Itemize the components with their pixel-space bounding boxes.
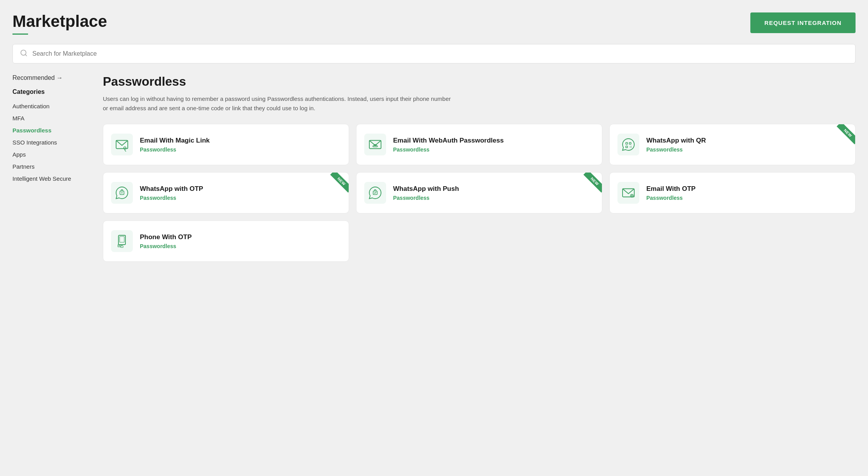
card-icon-whatsapp-push: [364, 182, 386, 204]
card-category-whatsapp-push: Passwordless: [393, 195, 459, 201]
sidebar-item-authentication[interactable]: Authentication: [12, 101, 90, 111]
card-phone-otp[interactable]: Phone With OTPPasswordless: [103, 220, 349, 262]
title-block: Marketplace: [12, 12, 107, 35]
card-magic-link[interactable]: Email With Magic LinkPasswordless: [103, 124, 349, 165]
card-whatsapp-push[interactable]: WhatsApp with PushPasswordless: [356, 172, 602, 213]
card-icon-email-otp: [617, 182, 639, 204]
sidebar-item-mfa[interactable]: MFA: [12, 113, 90, 123]
card-category-webauth: Passwordless: [393, 146, 504, 153]
card-text-magic-link: Email With Magic LinkPasswordless: [140, 136, 210, 153]
svg-rect-11: [626, 146, 628, 148]
search-icon: [20, 49, 28, 58]
search-input[interactable]: [32, 50, 848, 57]
card-icon-webauth: [364, 134, 386, 155]
card-whatsapp-qr[interactable]: WhatsApp with QRPasswordless: [609, 124, 856, 165]
section-title: Passwordless: [103, 74, 856, 89]
svg-rect-9: [626, 143, 628, 145]
sidebar-item-apps[interactable]: Apps: [12, 149, 90, 160]
card-category-email-otp: Passwordless: [646, 195, 695, 201]
new-badge-whatsapp-qr: [830, 124, 855, 149]
title-underline: [12, 33, 28, 35]
svg-line-1: [25, 55, 27, 56]
card-category-whatsapp-qr: Passwordless: [646, 146, 706, 153]
card-title-phone-otp: Phone With OTP: [140, 233, 192, 242]
card-email-otp[interactable]: Email With OTPPasswordless: [609, 172, 856, 213]
card-whatsapp-otp[interactable]: WhatsApp with OTPPasswordless: [103, 172, 349, 213]
card-category-magic-link: Passwordless: [140, 146, 210, 153]
search-bar: [12, 44, 856, 63]
svg-rect-26: [121, 246, 123, 248]
sidebar-item-partners[interactable]: Partners: [12, 161, 90, 172]
main-content: Passwordless Users can log in without ha…: [103, 74, 856, 262]
card-title-webauth: Email With WebAuth Passwordless: [393, 136, 504, 145]
new-badge-whatsapp-push: [577, 173, 602, 197]
svg-rect-10: [629, 143, 631, 145]
card-category-whatsapp-otp: Passwordless: [140, 195, 203, 201]
svg-rect-24: [120, 236, 124, 242]
svg-point-17: [122, 192, 123, 194]
card-text-webauth: Email With WebAuth PasswordlessPasswordl…: [393, 136, 504, 153]
card-title-whatsapp-qr: WhatsApp with QR: [646, 136, 706, 145]
card-icon-magic-link: [111, 134, 133, 155]
cards-grid: Email With Magic LinkPasswordless Email …: [103, 124, 856, 262]
card-icon-phone-otp: [111, 230, 133, 252]
card-title-whatsapp-push: WhatsApp with Push: [393, 185, 459, 193]
sidebar-item-passwordless[interactable]: Passwordless: [12, 125, 90, 136]
page-title: Marketplace: [12, 12, 107, 30]
svg-rect-14: [630, 147, 631, 148]
card-title-email-otp: Email With OTP: [646, 185, 695, 193]
request-integration-button[interactable]: REQUEST INTEGRATION: [750, 12, 856, 33]
sidebar-item-intelligent-web[interactable]: Intelligent Web Secure: [12, 173, 90, 184]
card-category-phone-otp: Passwordless: [140, 243, 192, 249]
svg-rect-13: [631, 146, 632, 147]
card-text-whatsapp-qr: WhatsApp with QRPasswordless: [646, 136, 706, 153]
card-text-whatsapp-otp: WhatsApp with OTPPasswordless: [140, 185, 203, 201]
svg-rect-12: [630, 146, 631, 147]
section-description: Users can log in without having to remem…: [103, 94, 453, 113]
svg-rect-15: [631, 147, 632, 148]
card-text-whatsapp-push: WhatsApp with PushPasswordless: [393, 185, 459, 201]
card-icon-whatsapp-otp: [111, 182, 133, 204]
card-title-magic-link: Email With Magic Link: [140, 136, 210, 145]
svg-line-5: [125, 150, 126, 152]
sidebar-categories-label: Categories: [12, 88, 90, 95]
sidebar-recommended[interactable]: Recommended →: [12, 74, 90, 81]
sidebar: Recommended → Categories AuthenticationM…: [12, 74, 90, 262]
new-badge-whatsapp-otp: [324, 173, 349, 197]
card-title-whatsapp-otp: WhatsApp with OTP: [140, 185, 203, 193]
card-text-email-otp: Email With OTPPasswordless: [646, 185, 695, 201]
card-webauth[interactable]: Email With WebAuth PasswordlessPasswordl…: [356, 124, 602, 165]
card-text-phone-otp: Phone With OTPPasswordless: [140, 233, 192, 249]
sidebar-item-sso[interactable]: SSO Integrations: [12, 137, 90, 148]
card-icon-whatsapp-qr: [617, 134, 639, 155]
